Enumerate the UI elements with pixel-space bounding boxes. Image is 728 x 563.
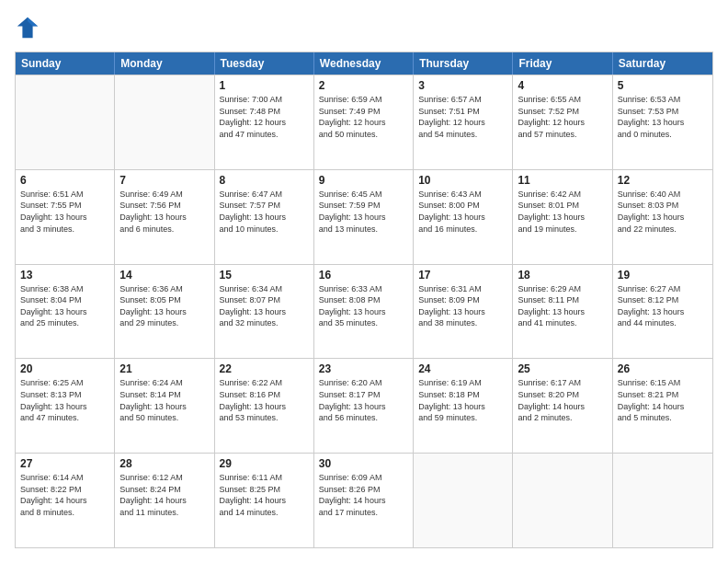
day-number: 2 (319, 79, 408, 92)
calendar-header: SundayMondayTuesdayWednesdayThursdayFrid… (16, 52, 712, 75)
day-number: 1 (220, 79, 309, 92)
day-info: Sunrise: 6:17 AM Sunset: 8:20 PM Dayligh… (518, 377, 607, 423)
day-cell: 25Sunrise: 6:17 AM Sunset: 8:20 PM Dayli… (513, 359, 612, 453)
day-number: 3 (418, 79, 507, 92)
weekday-header: Friday (513, 52, 612, 75)
day-cell: 10Sunrise: 6:43 AM Sunset: 8:00 PM Dayli… (414, 170, 513, 264)
weekday-header: Thursday (414, 52, 513, 75)
day-info: Sunrise: 6:33 AM Sunset: 8:08 PM Dayligh… (319, 283, 408, 329)
empty-cell (115, 75, 214, 169)
day-cell: 1Sunrise: 7:00 AM Sunset: 7:48 PM Daylig… (215, 75, 314, 169)
empty-cell (414, 454, 513, 547)
day-number: 6 (20, 174, 109, 187)
header (15, 15, 713, 40)
day-number: 7 (119, 174, 209, 187)
day-cell: 19Sunrise: 6:27 AM Sunset: 8:12 PM Dayli… (613, 265, 712, 359)
calendar-row: 1Sunrise: 7:00 AM Sunset: 7:48 PM Daylig… (16, 75, 712, 169)
day-cell: 12Sunrise: 6:40 AM Sunset: 8:03 PM Dayli… (613, 170, 712, 264)
day-info: Sunrise: 6:45 AM Sunset: 7:59 PM Dayligh… (319, 189, 408, 235)
day-info: Sunrise: 6:43 AM Sunset: 8:00 PM Dayligh… (418, 189, 507, 235)
day-info: Sunrise: 6:36 AM Sunset: 8:05 PM Dayligh… (119, 283, 209, 329)
day-number: 25 (518, 362, 607, 375)
day-cell: 29Sunrise: 6:11 AM Sunset: 8:25 PM Dayli… (215, 454, 314, 547)
day-info: Sunrise: 6:24 AM Sunset: 8:14 PM Dayligh… (119, 377, 209, 423)
day-number: 30 (319, 457, 408, 470)
weekday-header: Saturday (613, 52, 712, 75)
day-info: Sunrise: 6:34 AM Sunset: 8:07 PM Dayligh… (220, 283, 309, 329)
day-info: Sunrise: 6:15 AM Sunset: 8:21 PM Dayligh… (618, 377, 708, 423)
day-cell: 5Sunrise: 6:53 AM Sunset: 7:53 PM Daylig… (613, 75, 712, 169)
day-cell: 13Sunrise: 6:38 AM Sunset: 8:04 PM Dayli… (16, 265, 115, 359)
day-cell: 7Sunrise: 6:49 AM Sunset: 7:56 PM Daylig… (115, 170, 214, 264)
day-cell: 11Sunrise: 6:42 AM Sunset: 8:01 PM Dayli… (513, 170, 612, 264)
day-info: Sunrise: 6:47 AM Sunset: 7:57 PM Dayligh… (220, 189, 309, 235)
day-number: 21 (119, 362, 209, 375)
day-info: Sunrise: 6:51 AM Sunset: 7:55 PM Dayligh… (20, 189, 109, 235)
day-info: Sunrise: 6:19 AM Sunset: 8:18 PM Dayligh… (418, 377, 507, 423)
calendar-row: 13Sunrise: 6:38 AM Sunset: 8:04 PM Dayli… (16, 264, 712, 359)
weekday-header: Tuesday (215, 52, 314, 75)
day-number: 19 (618, 269, 708, 282)
day-number: 15 (220, 269, 309, 282)
day-cell: 20Sunrise: 6:25 AM Sunset: 8:13 PM Dayli… (16, 359, 115, 453)
day-info: Sunrise: 6:14 AM Sunset: 8:22 PM Dayligh… (20, 472, 109, 518)
weekday-header: Sunday (16, 52, 115, 75)
day-info: Sunrise: 6:20 AM Sunset: 8:17 PM Dayligh… (319, 377, 408, 423)
day-cell: 17Sunrise: 6:31 AM Sunset: 8:09 PM Dayli… (414, 265, 513, 359)
day-number: 9 (319, 174, 408, 187)
day-info: Sunrise: 7:00 AM Sunset: 7:48 PM Dayligh… (220, 94, 309, 140)
day-number: 5 (618, 79, 708, 92)
day-cell: 23Sunrise: 6:20 AM Sunset: 8:17 PM Dayli… (314, 359, 414, 453)
day-info: Sunrise: 6:40 AM Sunset: 8:03 PM Dayligh… (618, 189, 708, 235)
day-cell: 15Sunrise: 6:34 AM Sunset: 8:07 PM Dayli… (215, 265, 314, 359)
day-info: Sunrise: 6:25 AM Sunset: 8:13 PM Dayligh… (20, 377, 109, 423)
day-number: 20 (20, 362, 109, 375)
day-cell: 4Sunrise: 6:55 AM Sunset: 7:52 PM Daylig… (513, 75, 612, 169)
empty-cell (16, 75, 115, 169)
day-number: 18 (518, 269, 607, 282)
day-cell: 3Sunrise: 6:57 AM Sunset: 7:51 PM Daylig… (414, 75, 513, 169)
day-number: 28 (119, 457, 209, 470)
day-cell: 14Sunrise: 6:36 AM Sunset: 8:05 PM Dayli… (115, 265, 214, 359)
day-info: Sunrise: 6:29 AM Sunset: 8:11 PM Dayligh… (518, 283, 607, 329)
day-number: 11 (518, 174, 607, 187)
day-info: Sunrise: 6:31 AM Sunset: 8:09 PM Dayligh… (418, 283, 507, 329)
day-info: Sunrise: 6:09 AM Sunset: 8:26 PM Dayligh… (319, 472, 408, 518)
day-number: 4 (518, 79, 607, 92)
calendar-row: 20Sunrise: 6:25 AM Sunset: 8:13 PM Dayli… (16, 358, 712, 453)
day-number: 27 (20, 457, 109, 470)
day-info: Sunrise: 6:27 AM Sunset: 8:12 PM Dayligh… (618, 283, 708, 329)
day-cell: 2Sunrise: 6:59 AM Sunset: 7:49 PM Daylig… (314, 75, 414, 169)
day-cell: 6Sunrise: 6:51 AM Sunset: 7:55 PM Daylig… (16, 170, 115, 264)
day-cell: 22Sunrise: 6:22 AM Sunset: 8:16 PM Dayli… (215, 359, 314, 453)
day-number: 12 (618, 174, 708, 187)
day-cell: 27Sunrise: 6:14 AM Sunset: 8:22 PM Dayli… (16, 454, 115, 547)
day-cell: 28Sunrise: 6:12 AM Sunset: 8:24 PM Dayli… (115, 454, 214, 547)
day-info: Sunrise: 6:59 AM Sunset: 7:49 PM Dayligh… (319, 94, 408, 140)
day-number: 17 (418, 269, 507, 282)
logo-icon (15, 15, 40, 40)
day-info: Sunrise: 6:42 AM Sunset: 8:01 PM Dayligh… (518, 189, 607, 235)
empty-cell (613, 454, 712, 547)
empty-cell (513, 454, 612, 547)
day-number: 26 (618, 362, 708, 375)
day-info: Sunrise: 6:49 AM Sunset: 7:56 PM Dayligh… (119, 189, 209, 235)
day-info: Sunrise: 6:57 AM Sunset: 7:51 PM Dayligh… (418, 94, 507, 140)
day-number: 16 (319, 269, 408, 282)
day-number: 10 (418, 174, 507, 187)
page: SundayMondayTuesdayWednesdayThursdayFrid… (0, 0, 728, 563)
weekday-header: Monday (115, 52, 214, 75)
day-cell: 30Sunrise: 6:09 AM Sunset: 8:26 PM Dayli… (314, 454, 414, 547)
day-number: 8 (220, 174, 309, 187)
day-cell: 18Sunrise: 6:29 AM Sunset: 8:11 PM Dayli… (513, 265, 612, 359)
day-number: 24 (418, 362, 507, 375)
day-number: 23 (319, 362, 408, 375)
day-info: Sunrise: 6:12 AM Sunset: 8:24 PM Dayligh… (119, 472, 209, 518)
day-cell: 8Sunrise: 6:47 AM Sunset: 7:57 PM Daylig… (215, 170, 314, 264)
day-cell: 16Sunrise: 6:33 AM Sunset: 8:08 PM Dayli… (314, 265, 414, 359)
day-info: Sunrise: 6:53 AM Sunset: 7:53 PM Dayligh… (618, 94, 708, 140)
calendar-body: 1Sunrise: 7:00 AM Sunset: 7:48 PM Daylig… (16, 75, 712, 547)
day-number: 29 (220, 457, 309, 470)
day-info: Sunrise: 6:22 AM Sunset: 8:16 PM Dayligh… (220, 377, 309, 423)
day-cell: 24Sunrise: 6:19 AM Sunset: 8:18 PM Dayli… (414, 359, 513, 453)
